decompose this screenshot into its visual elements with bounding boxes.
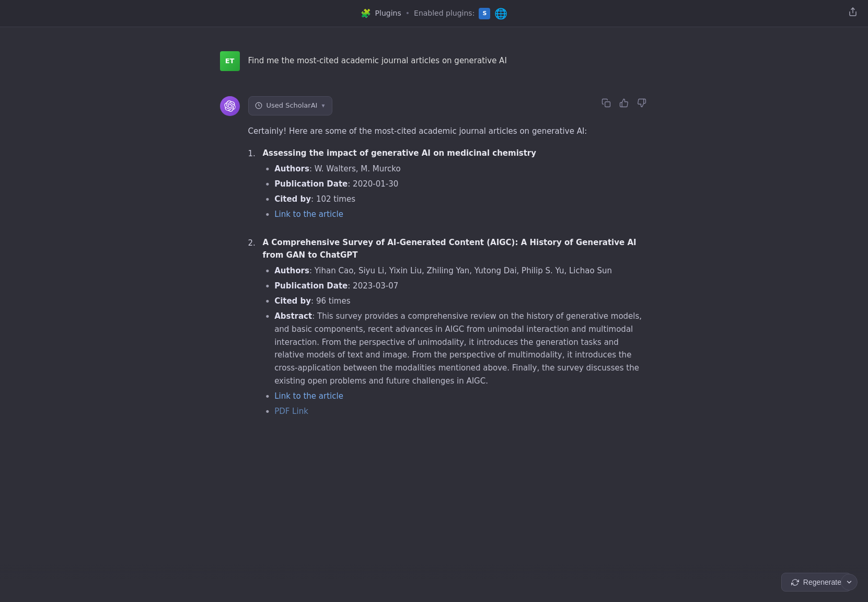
bullet-icon: • [265, 208, 271, 221]
article-item-1: 1. Assessing the impact of generative AI… [248, 147, 649, 224]
cited-label-2: Cited by [274, 296, 311, 306]
user-avatar: ET [220, 51, 240, 71]
bullet-icon: • [265, 193, 271, 206]
authors-label: Authors [274, 164, 309, 173]
bullet-icon: • [265, 163, 271, 176]
abstract-label: Abstract [274, 311, 312, 321]
authors-label-2: Authors [274, 266, 309, 275]
article-2-authors: • Authors: Yihan Cao, Siyu Li, Yixin Liu… [265, 264, 649, 277]
article-2-authors-value: : Yihan Cao, Siyu Li, Yixin Liu, Zhiling… [309, 266, 612, 275]
svg-rect-1 [605, 102, 610, 107]
ai-action-buttons [599, 96, 649, 110]
enabled-label: Enabled plugins: [414, 7, 474, 19]
pub-date-label-2: Publication Date [274, 281, 348, 291]
web-plugin-badge[interactable]: 🌐 [494, 5, 507, 22]
ai-message-row: Used ScholarAI ▾ Certainly! Here are som… [220, 96, 649, 433]
chevron-down-icon: ▾ [321, 101, 325, 111]
articles-list: 1. Assessing the impact of generative AI… [248, 147, 649, 420]
article-1-authors: • Authors: W. Walters, M. Murcko [265, 163, 649, 176]
scroll-down-button[interactable] [841, 574, 858, 591]
thumbs-down-button[interactable] [635, 96, 649, 110]
bullet-icon-5: • [265, 390, 271, 403]
bullet-icon: • [265, 264, 271, 277]
bullet-icon-6: • [265, 405, 271, 418]
pub-date-label: Publication Date [274, 179, 348, 189]
bottom-bar: Regenerate [0, 564, 868, 602]
used-plugin-badge[interactable]: Used ScholarAI ▾ [248, 96, 333, 115]
cited-label: Cited by [274, 194, 311, 204]
article-2-title: A Comprehensive Survey of AI-Generated C… [263, 236, 649, 261]
plugins-label: Plugins [375, 7, 401, 19]
top-bar: 🧩 Plugins • Enabled plugins: S 🌐 [0, 0, 868, 27]
article-2-abstract: • Abstract: This survey provides a compr… [265, 310, 649, 388]
ai-content-inner: Used ScholarAI ▾ Certainly! Here are som… [248, 96, 649, 420]
article-1-link[interactable]: • Link to the article [265, 208, 649, 221]
article-2-cited-value: : 96 times [311, 296, 350, 306]
article-2-abstract-value: : This survey provides a comprehensive r… [274, 311, 642, 386]
article-2-details: • Authors: Yihan Cao, Siyu Li, Yixin Liu… [263, 264, 649, 418]
article-2-pdf-link[interactable]: • PDF Link [265, 405, 649, 418]
bullet-icon-4: • [265, 310, 271, 323]
article-2-link[interactable]: • Link to the article [265, 390, 649, 403]
article-2-link-text[interactable]: Link to the article [274, 390, 343, 402]
article-1-body: Assessing the impact of generative AI on… [263, 147, 649, 224]
response-intro: Certainly! Here are some of the most-cit… [248, 125, 649, 137]
used-plugin-label: Used ScholarAI [267, 100, 318, 111]
regenerate-icon [791, 578, 799, 586]
article-1-authors-value: : W. Walters, M. Murcko [309, 164, 401, 173]
article-2-pdf-link-text[interactable]: PDF Link [274, 405, 308, 418]
regenerate-label: Regenerate [803, 578, 841, 586]
article-1-details: • Authors: W. Walters, M. Murcko • Publi… [263, 163, 649, 222]
article-1-link-text[interactable]: Link to the article [274, 208, 343, 221]
copy-button[interactable] [599, 96, 613, 110]
bullet-icon-2: • [265, 280, 271, 293]
dot-separator: • [406, 7, 410, 19]
scholar-plugin-badge[interactable]: S [479, 8, 490, 19]
ai-avatar [220, 96, 240, 116]
scholar-icon [255, 102, 262, 109]
user-avatar-initials: ET [225, 56, 235, 67]
article-1-cited: • Cited by: 102 times [265, 193, 649, 206]
chat-container: ET Find me the most-cited academic journ… [210, 27, 659, 512]
plugin-info: 🧩 Plugins • Enabled plugins: S 🌐 [361, 5, 508, 22]
article-2-number: 2. [248, 237, 260, 249]
article-1-date-value: : 2020-01-30 [348, 179, 398, 189]
chevron-down-icon [846, 578, 853, 586]
thumbs-up-button[interactable] [617, 96, 631, 110]
puzzle-icon: 🧩 [361, 7, 371, 20]
article-1-number: 1. [248, 147, 260, 160]
article-1-cited-value: : 102 times [311, 194, 355, 204]
article-2-cited: • Cited by: 96 times [265, 295, 649, 308]
ai-content: Used ScholarAI ▾ Certainly! Here are som… [248, 96, 649, 433]
article-2-pub-date: • Publication Date: 2023-03-07 [265, 280, 649, 293]
bullet-icon-3: • [265, 295, 271, 308]
article-item-2: 2. A Comprehensive Survey of AI-Generate… [248, 236, 649, 420]
user-message-row: ET Find me the most-cited academic journ… [220, 43, 649, 79]
article-1-title: Assessing the impact of generative AI on… [263, 147, 649, 159]
openai-logo [224, 100, 236, 112]
bullet-icon: • [265, 178, 271, 191]
article-2-body: A Comprehensive Survey of AI-Generated C… [263, 236, 649, 420]
article-2-date-value: : 2023-03-07 [348, 281, 398, 291]
user-message-text: Find me the most-cited academic journal … [248, 51, 507, 67]
export-button[interactable] [848, 6, 858, 21]
article-1-pub-date: • Publication Date: 2020-01-30 [265, 178, 649, 191]
